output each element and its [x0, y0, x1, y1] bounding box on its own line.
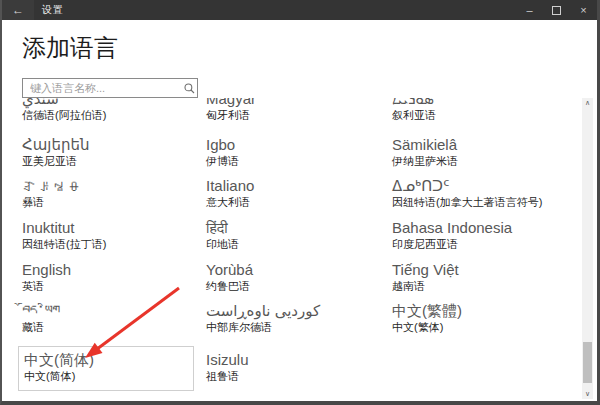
language-item[interactable]: ꆈꌠꁱꂷ彝语	[22, 178, 82, 209]
language-chinese-label: 彝语	[22, 196, 82, 209]
language-chinese-label: 信德语(阿拉伯语)	[22, 109, 106, 122]
back-arrow-icon: ←	[12, 3, 24, 17]
language-native-name: 中文(简体)	[24, 352, 193, 368]
language-item[interactable]: Inuktitut因纽特语(拉丁语)	[22, 220, 106, 251]
titlebar: ← 设置 – ×	[2, 0, 597, 20]
language-item[interactable]: Sämikielâ伊纳里萨米语	[392, 137, 458, 168]
language-chinese-label: 祖鲁语	[206, 370, 249, 383]
language-chinese-label: 中文(繁体)	[392, 321, 462, 334]
language-search-box	[22, 78, 198, 98]
language-chinese-label: 印地语	[206, 238, 239, 251]
language-chinese-label: 伊博语	[206, 155, 239, 168]
maximize-icon	[552, 6, 561, 15]
language-item[interactable]: Tiếng Việt越南语	[392, 262, 459, 293]
language-native-name: Inuktitut	[22, 220, 106, 236]
language-chinese-label: 印度尼西亚语	[392, 238, 512, 251]
language-chinese-label: 匈牙利语	[206, 109, 256, 122]
language-list: سنڌي信德语(阿拉伯语)Magyar匈牙利语ܣܘܪܝܝܐ叙利亚语Հայերեն…	[2, 98, 580, 399]
close-button[interactable]: ×	[570, 0, 597, 20]
language-native-name: ᐃᓄᒃᑎᑐᑦ	[392, 178, 542, 194]
language-native-name: سنڌي	[22, 98, 106, 107]
language-item[interactable]: Italiano意大利语	[206, 178, 254, 209]
language-chinese-label: 亚美尼亚语	[22, 155, 89, 168]
search-input[interactable]	[23, 82, 181, 94]
language-native-name: Bahasa Indonesia	[392, 220, 512, 236]
language-item[interactable]: سنڌي信德语(阿拉伯语)	[22, 98, 106, 122]
language-item[interactable]: English英语	[22, 262, 71, 293]
language-item[interactable]: Bahasa Indonesia印度尼西亚语	[392, 220, 512, 251]
language-item[interactable]: Magyar匈牙利语	[206, 98, 256, 122]
language-native-name: Yorùbá	[206, 262, 253, 278]
language-item[interactable]: 中文(繁體)中文(繁体)	[392, 303, 462, 334]
language-chinese-label: 中部库尔德语	[206, 321, 320, 334]
window-title: 设置	[42, 3, 64, 17]
language-chinese-label: 中文(简体)	[24, 370, 193, 383]
language-native-name: བོད་ཡིག	[22, 303, 60, 319]
language-native-name: हिंदी	[206, 220, 239, 236]
settings-window: ← 设置 – × 添加语言 سنڌي信德语(阿拉伯语)Magyar匈牙利语ܣܘܪ…	[0, 0, 600, 405]
scrollbar-thumb[interactable]	[583, 342, 592, 383]
search-icon[interactable]	[181, 81, 197, 95]
language-chinese-label: 伊纳里萨米语	[392, 155, 458, 168]
language-item[interactable]: کوردیی ناوەڕاست中部库尔德语	[206, 303, 320, 334]
language-native-name: 中文(繁體)	[392, 303, 462, 319]
language-chinese-label: 叙利亚语	[392, 109, 436, 122]
language-native-name: Sämikielâ	[392, 137, 458, 153]
language-item[interactable]: ᐃᓄᒃᑎᑐᑦ因纽特语(加拿大土著语言符号)	[392, 178, 542, 209]
language-native-name: Igbo	[206, 137, 239, 153]
language-native-name: ܣܘܪܝܝܐ	[392, 98, 436, 107]
language-item[interactable]: ܣܘܪܝܝܐ叙利亚语	[392, 98, 436, 122]
language-native-name: کوردیی ناوەڕاست	[206, 303, 320, 319]
language-chinese-label: 越南语	[392, 280, 459, 293]
language-chinese-label: 因纽特语(加拿大土著语言符号)	[392, 196, 542, 209]
language-native-name: Tiếng Việt	[392, 262, 459, 278]
language-chinese-label: 约鲁巴语	[206, 280, 253, 293]
language-native-name: Հայերեն	[22, 137, 89, 153]
maximize-button[interactable]	[543, 0, 570, 20]
language-chinese-label: 意大利语	[206, 196, 254, 209]
language-native-name: ꆈꌠꁱꂷ	[22, 178, 82, 194]
scroll-up-icon[interactable]: ∧	[582, 98, 593, 108]
minimize-icon: –	[526, 4, 532, 16]
language-native-name: Isizulu	[206, 352, 249, 368]
language-item[interactable]: Հայերեն亚美尼亚语	[22, 137, 89, 168]
minimize-button[interactable]: –	[516, 0, 543, 20]
language-item[interactable]: Isizulu祖鲁语	[206, 352, 249, 383]
language-chinese-label: 英语	[22, 280, 71, 293]
language-item[interactable]: हिंदी印地语	[206, 220, 239, 251]
back-button[interactable]: ←	[2, 0, 34, 20]
language-native-name: Italiano	[206, 178, 254, 194]
language-item[interactable]: Igbo伊博语	[206, 137, 239, 168]
language-item[interactable]: 中文(简体)中文(简体)	[18, 346, 194, 391]
language-native-name: English	[22, 262, 71, 278]
language-chinese-label: 因纽特语(拉丁语)	[22, 238, 106, 251]
language-chinese-label: 藏语	[22, 321, 60, 334]
language-item[interactable]: Yorùbá约鲁巴语	[206, 262, 253, 293]
page-title: 添加语言	[22, 32, 118, 64]
language-item[interactable]: བོད་ཡིག藏语	[22, 303, 60, 334]
scrollbar[interactable]: ∧ ∨	[582, 98, 593, 399]
scroll-down-icon[interactable]: ∨	[582, 389, 593, 399]
language-native-name: Magyar	[206, 98, 256, 107]
close-icon: ×	[580, 4, 586, 16]
